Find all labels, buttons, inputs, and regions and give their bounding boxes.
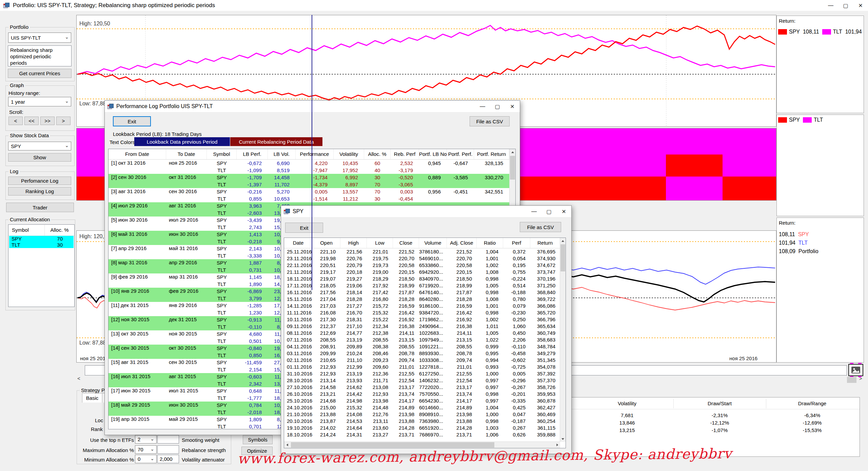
spy-row[interactable]: 14.11.2016217,03217,27 215,72216,5991861… (284, 303, 566, 309)
max-allocation-select[interactable]: 70⌄ (135, 445, 157, 454)
scroll-left-icon[interactable]: < (77, 375, 80, 381)
volatility-attenuator-input[interactable]: 2,000 (157, 455, 179, 463)
close-icon[interactable]: ✕ (556, 206, 571, 217)
spy-table[interactable]: DateOpenHighLowCloseVolumeAdj. CloseRati… (284, 238, 566, 448)
spy-row[interactable]: 28.10.2016213,14213,93 211,71212,5414062… (284, 377, 566, 384)
scroll-button[interactable]: << (24, 117, 39, 125)
close-icon[interactable]: ✕ (853, 0, 868, 11)
scroll-up-icon[interactable] (510, 149, 515, 155)
column-header[interactable]: To Date (166, 149, 207, 159)
column-header[interactable]: LB Vol. (268, 149, 296, 159)
spy-row[interactable]: 07.11.2016208,55213,19 208,55213,1510979… (284, 336, 566, 343)
maximize-icon[interactable]: ▢ (490, 101, 505, 112)
spy-row[interactable]: 09.11.2016212,37217,10 212,34216,3824909… (284, 323, 566, 330)
column-header[interactable]: Date (284, 238, 313, 248)
get-current-prices-button[interactable]: Get current Prices (8, 69, 72, 78)
scroll-button[interactable]: >> (40, 117, 55, 125)
vertical-scrollbar[interactable] (560, 238, 566, 442)
allocation-row[interactable]: SPY 70 (9, 236, 74, 242)
spy-row[interactable]: 18.10.2016214,24214,31 213,27213,7176869… (284, 431, 566, 438)
spy-row[interactable]: 08.11.2016212,69214,77 212,38214,1110226… (284, 330, 566, 336)
exit-button[interactable]: Exit (113, 116, 151, 126)
spy-row[interactable]: 23.11.2016219,98220,76 219,75220,7054690… (284, 255, 566, 262)
column-header[interactable]: Portf. Return (474, 149, 509, 159)
horizontal-scrollbar[interactable] (284, 442, 560, 448)
spy-row[interactable]: 25.10.2016214,68214,98 213,98214,1766542… (284, 397, 566, 404)
history-range-select[interactable]: 1 year ⌄ (8, 97, 71, 106)
spy-row[interactable]: 20.10.2016213,87214,53 213,11213,8873639… (284, 418, 566, 425)
scrollbar-thumb[interactable] (291, 442, 494, 448)
spy-row[interactable]: 10.11.2016217,30218,31 215,22216,9217198… (284, 316, 566, 323)
column-header[interactable]: Open (313, 238, 340, 248)
spy-row[interactable]: 02.11.2016210,65211,10 209,23209,7410333… (284, 357, 566, 364)
maximize-icon[interactable]: ▢ (838, 0, 853, 11)
column-header[interactable]: Volume (419, 238, 447, 248)
column-header[interactable]: Adj. Close (447, 238, 477, 248)
top-n-etfs-select[interactable]: 2⌄ (135, 435, 157, 444)
spy-row[interactable]: 31.10.2016212,93213,19 212,36212,5561272… (284, 370, 566, 377)
exit-button[interactable]: Exit (285, 223, 323, 233)
spy-row[interactable]: 21.11.2016219,17220,18 219,00220,1569429… (284, 269, 566, 275)
column-header[interactable]: Perf (503, 238, 530, 248)
minimize-icon[interactable]: — (823, 0, 838, 11)
scrollbar-thumb[interactable] (847, 377, 856, 383)
trader-button[interactable]: Trader (6, 203, 74, 212)
column-header[interactable]: Portf. Perf. (447, 149, 474, 159)
show-button[interactable]: Show (8, 153, 71, 162)
spy-row[interactable]: 26.10.2016213,21214,42 212,93213,7475705… (284, 391, 566, 397)
column-header[interactable]: Reb. Perf (391, 149, 419, 159)
spy-row[interactable]: 19.10.2016214,02214,64 213,60214,2866519… (284, 425, 566, 431)
column-header[interactable]: From Date (108, 149, 166, 159)
column-header[interactable]: Close (393, 238, 419, 248)
scroll-right-icon[interactable]: > (859, 375, 862, 381)
spy-row[interactable]: 15.11.2016217,04218,28 216,80218,2886402… (284, 296, 566, 303)
column-header[interactable]: High (340, 238, 367, 248)
scroll-down-icon[interactable] (560, 436, 566, 442)
snapshot-button[interactable] (848, 364, 863, 376)
smoothing-weight-input[interactable] (157, 435, 179, 444)
tab-basic[interactable]: Basic (82, 393, 102, 403)
column-header[interactable]: Return (530, 238, 560, 248)
column-header[interactable]: Portf. LB Nor... (419, 149, 447, 159)
portfolio-select[interactable]: UIS SPY-TLT ⌄ (8, 33, 71, 43)
scroll-left-icon[interactable] (284, 442, 290, 448)
column-header[interactable]: Performance (296, 149, 334, 159)
spy-row[interactable]: 04.11.2016208,91209,89 208,38208,5510912… (284, 343, 566, 350)
spy-row[interactable]: 24.10.2016215,00215,32 214,48214,8960146… (284, 404, 566, 411)
scrollbar-thumb[interactable] (510, 156, 515, 180)
spy-row[interactable]: 17.11.2016218,05219,06 217,92218,9967199… (284, 282, 566, 289)
column-header[interactable]: Volatility (334, 149, 364, 159)
performance-log-button[interactable]: Perfomance Log (8, 177, 71, 185)
spy-row[interactable]: 16.11.2016217,56218,14 217,42217,8764761… (284, 289, 566, 296)
allocation-row[interactable]: TLT 30 (9, 242, 74, 248)
spy-row[interactable]: 18.11.2016219,07219,27 218,29218,5083409… (284, 275, 566, 282)
spy-row[interactable]: 01.11.2016212,93212,99 209,60211,0112278… (284, 364, 566, 370)
rebalance-strength-input[interactable] (157, 445, 179, 454)
column-header[interactable]: Ratio (477, 238, 503, 248)
min-allocation-select[interactable]: 0⌄ (135, 455, 157, 463)
file-as-csv-button[interactable]: File as CSV (470, 116, 510, 126)
maximize-icon[interactable]: ▢ (541, 206, 556, 217)
stock-symbol-select[interactable]: SPY ⌄ (8, 142, 71, 150)
column-header[interactable]: LB Perf. (237, 149, 268, 159)
scroll-button[interactable]: > (56, 117, 71, 125)
column-header[interactable]: Alloc. % (364, 149, 391, 159)
scrollbar-thumb[interactable] (560, 244, 565, 271)
spy-row[interactable]: 25.11.2016221,10221,56 221,01221,5237861… (284, 248, 566, 255)
spy-row[interactable]: 22.11.2016220,51220,79 219,73220,5865338… (284, 262, 566, 269)
ranking-log-button[interactable]: Ranking Log (8, 187, 71, 196)
minimize-icon[interactable]: — (475, 101, 490, 112)
scroll-up-icon[interactable] (560, 238, 566, 244)
spy-row[interactable]: 27.10.2016214,58214,62 213,08213,1777220… (284, 384, 566, 391)
close-icon[interactable]: ✕ (505, 101, 520, 112)
spy-row[interactable]: 21.10.2016213,88214,08 212,76213,9889089… (284, 411, 566, 418)
spy-row[interactable]: 03.11.2016209,99210,24 208,46208,7888939… (284, 350, 566, 357)
symbols-button[interactable]: Symbols (243, 435, 273, 444)
file-as-csv-button[interactable]: File as CSV (520, 222, 561, 232)
graph-group-label: Graph (8, 82, 25, 88)
minimize-icon[interactable]: — (527, 206, 541, 217)
column-header[interactable]: Symbol (207, 149, 237, 159)
spy-row[interactable]: 11.11.2016216,08216,70 215,32216,4293847… (284, 309, 566, 316)
column-header[interactable]: Low (367, 238, 393, 248)
scroll-button[interactable]: < (8, 117, 23, 125)
